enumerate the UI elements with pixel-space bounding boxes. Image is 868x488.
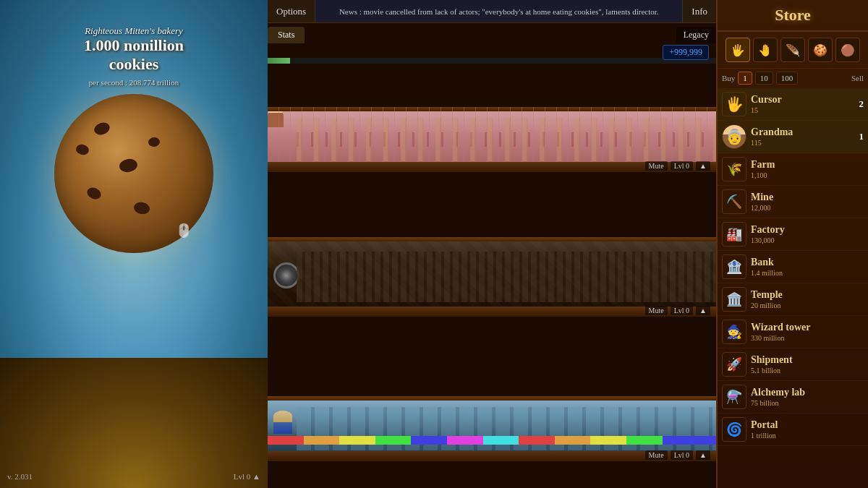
farm-item-name: Farm [751, 159, 864, 171]
mute-btn[interactable]: Mute [645, 161, 668, 171]
choc-chip [85, 185, 103, 201]
shipment-icon-img: 🚀 [726, 356, 742, 372]
store-title: Store [718, 0, 868, 32]
mute-btn-2[interactable]: Mute [645, 306, 668, 315]
wizard-tower-item-name: Wizard tower [751, 322, 864, 334]
cursor-icon-img: 🖐️ [726, 95, 744, 113]
factory-item-info: Factory 130,000 [751, 224, 864, 245]
store-item-shipment[interactable]: 🚀 Shipment 5.1 billion [718, 348, 868, 381]
grandma-item-info: Grandma 115 [751, 127, 864, 147]
top-bar: Options News : movie cancelled from lack… [268, 0, 716, 23]
bank-icon-img: 🏦 [726, 259, 742, 275]
bakery-name: Righteous Mitten's bakery [0, 25, 268, 37]
tab-legacy[interactable]: Legacy [676, 27, 716, 43]
temple-icon-img: 🏛️ [726, 291, 742, 307]
fractal-bg [0, 358, 268, 488]
expand-btn-2[interactable]: ▲ [696, 306, 710, 315]
lvl-btn-3[interactable]: Lvl 0 [671, 450, 693, 460]
buy-100-btn[interactable]: 100 [776, 72, 799, 85]
cursor-icon: 🖱️ [176, 223, 192, 239]
shipment-item-cost: 5.1 billion [751, 367, 864, 374]
factory-item-cost: 130,000 [751, 236, 864, 244]
sell-label: Sell [851, 74, 864, 82]
wizard-tower-item-info: Wizard tower 330 million [751, 322, 864, 343]
factory-icon-img: 🏭 [726, 226, 742, 242]
temple-item-info: Temple 20 million [751, 289, 864, 310]
row-controls: Mute Lvl 0 ▲ [645, 161, 710, 171]
grandma-row: Mute Lvl 0 ▲ [268, 107, 716, 172]
cursor-mini-label[interactable]: Lvl 0 ▲ [234, 472, 260, 481]
expand-btn-3[interactable]: ▲ [696, 450, 710, 460]
middle-panel: Options News : movie cancelled from lack… [268, 0, 716, 488]
left-panel: Righteous Mitten's bakery 1.000 nonillio… [0, 0, 268, 488]
grandma-icon-img: 👵 [726, 128, 744, 145]
alchemy-lab-item-cost: 75 billion [751, 399, 864, 407]
grandma-pattern [297, 118, 716, 161]
temple-item-name: Temple [751, 289, 864, 301]
store-item-farm[interactable]: 🌾 Farm 1,100 [718, 153, 868, 186]
temple-item-icon: 🏛️ [722, 287, 746, 312]
factory-item-name: Factory [751, 224, 864, 236]
store-item-mine[interactable]: ⛏️ Mine 12,000 [718, 186, 868, 218]
cookie-count: 1.000 nonillion cookies [0, 36, 268, 74]
progress-fill [268, 58, 290, 64]
hand-icon-btn[interactable]: 🤚 [753, 38, 778, 62]
tab-bar: Stats Legacy [268, 23, 716, 43]
tab-stats[interactable]: Stats [268, 27, 305, 43]
alchemy-lab-item-info: Alchemy lab 75 billion [751, 387, 864, 408]
expand-btn[interactable]: ▲ [696, 161, 710, 171]
choc-chip [93, 121, 111, 137]
mute-btn-3[interactable]: Mute [645, 450, 668, 460]
color-stripe [268, 436, 716, 445]
checker-pattern [268, 241, 716, 307]
cursor-icon-btn[interactable]: 🖐️ [726, 38, 750, 62]
grandma-item-cost: 115 [751, 139, 864, 147]
choc-chip [148, 137, 160, 147]
lvl-btn-2[interactable]: Lvl 0 [671, 306, 693, 315]
store-item-grandma[interactable]: 👵 Grandma 115 1 [718, 121, 868, 153]
portal-item-icon: 🌀 [722, 417, 746, 442]
options-button[interactable]: Options [268, 0, 315, 22]
store-item-bank[interactable]: 🏦 Bank 1.4 million [718, 251, 868, 283]
bank-item-name: Bank [751, 257, 864, 269]
wizard-tower-item-cost: 330 million [751, 334, 864, 342]
portal-item-cost: 1 trillion [751, 432, 864, 440]
grandma-item-name: Grandma [751, 127, 864, 139]
buy-10-btn[interactable]: 10 [755, 72, 773, 85]
buy-label: Buy [722, 74, 735, 82]
cursor-item-count: 2 [849, 98, 864, 110]
store-item-factory[interactable]: 🏭 Factory 130,000 [718, 218, 868, 251]
per-second: per second : 208.774 trillion [0, 78, 268, 87]
mine-item-cost: 12,000 [751, 204, 864, 212]
store-item-portal[interactable]: 🌀 Portal 1 trillion [718, 414, 868, 446]
grandma-row-inner: Mute Lvl 0 ▲ [268, 107, 716, 172]
feather-icon-btn[interactable]: 🪶 [780, 38, 805, 62]
portal-item-name: Portal [751, 419, 864, 432]
temple-item-cost: 20 million [751, 301, 864, 309]
farm-item-cost: 1,100 [751, 171, 864, 179]
grandma-item-icon: 👵 [722, 124, 746, 149]
buy-1-btn[interactable]: 1 [738, 72, 752, 85]
farm-item-icon: 🌾 [722, 157, 746, 181]
alchemy-lab-icon-img: ⚗️ [726, 389, 742, 405]
shipment-item-info: Shipment 5.1 billion [751, 354, 864, 375]
cookie2-icon-btn[interactable]: 🟤 [835, 38, 860, 62]
cookie-icon-btn[interactable]: 🍪 [808, 38, 833, 62]
cookie-button[interactable]: 🖱️ [54, 94, 213, 253]
row-controls-2: Mute Lvl 0 ▲ [645, 306, 710, 315]
lvl-btn[interactable]: Lvl 0 [671, 161, 693, 171]
mine-item-icon: ⛏️ [722, 189, 746, 214]
store-item-wizard-tower[interactable]: 🧙 Wizard tower 330 million [718, 316, 868, 348]
farm-item-info: Farm 1,100 [751, 159, 864, 180]
factory-row-inner: Mute Lvl 0 ▲ [268, 396, 716, 461]
cursor-item-cost: 15 [751, 106, 864, 114]
version-label: v. 2.031 [7, 472, 33, 481]
mine-row: Mute Lvl 0 ▲ [268, 237, 716, 317]
news-ticker: News : movie cancelled from lack of acto… [315, 0, 683, 22]
buy-controls: Buy 1 10 100 Sell [718, 69, 868, 88]
store-item-temple[interactable]: 🏛️ Temple 20 million [718, 283, 868, 316]
info-button[interactable]: Info [683, 0, 716, 22]
wizard-tower-item-icon: 🧙 [722, 320, 746, 344]
store-item-cursor[interactable]: 🖐️ Cursor 15 2 [718, 88, 868, 121]
store-item-alchemy-lab[interactable]: ⚗️ Alchemy lab 75 billion [718, 381, 868, 414]
